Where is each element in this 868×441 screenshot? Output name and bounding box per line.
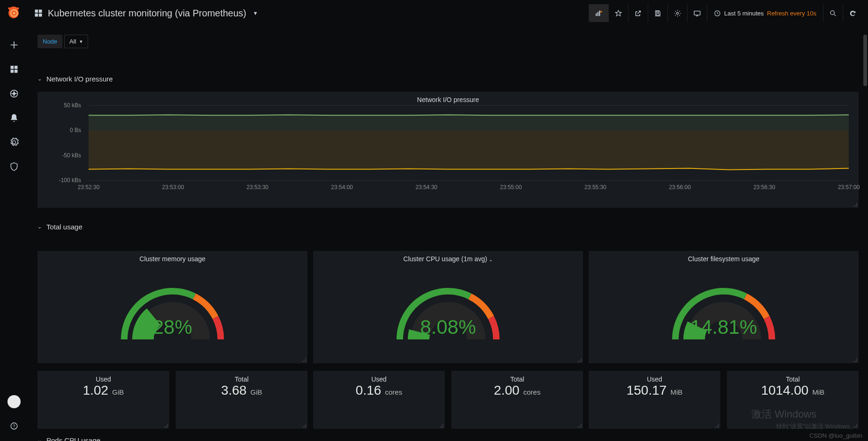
chevron-down-icon: ▼ — [253, 10, 258, 16]
chevron-down-icon: ▼ — [79, 39, 83, 44]
stat-value: 2.00 — [494, 383, 520, 398]
cycle-view-button[interactable] — [687, 4, 707, 22]
refresh-interval-text: Refresh every 10s — [767, 10, 817, 17]
user-avatar[interactable] — [7, 395, 21, 408]
panel-gauge-cpu[interactable]: Cluster CPU usage (1m avg) ⌄ 8.08% — [313, 251, 583, 363]
stat-unit: cores — [383, 388, 402, 396]
chevron-down-icon: ⌄ — [37, 224, 42, 230]
dashboard-title[interactable]: Kubernetes cluster monitoring (via Prome… — [34, 8, 258, 19]
watermark-credit: CSDN @luo_guibin — [809, 432, 862, 439]
panel-stat-mem-used[interactable]: Used 1.02 GiB — [37, 371, 169, 429]
svg-rect-11 — [35, 14, 38, 17]
row-header-network[interactable]: ⌄ Network I/O pressure — [37, 75, 113, 83]
panel-title[interactable]: Used — [38, 371, 169, 383]
watermark-text: 转到"设置"以激活 Windows。 — [776, 422, 856, 431]
variable-select-node[interactable]: All ▼ — [64, 35, 88, 48]
row-header-pods-cpu[interactable]: ⌄ Pods CPU usage — [37, 436, 100, 441]
server-admin-icon[interactable] — [5, 157, 23, 176]
row-label: Pods CPU usage — [46, 436, 100, 441]
row-header-total-usage[interactable]: ⌄ Total usage — [37, 223, 82, 231]
resize-handle-icon[interactable] — [853, 358, 857, 362]
svg-rect-14 — [598, 12, 599, 16]
sidebar: ? — [0, 0, 28, 441]
panel-title[interactable]: Network I/O pressure — [38, 92, 858, 105]
panel-title[interactable]: Cluster CPU usage (1m avg) ⌄ — [314, 251, 583, 265]
panel-title[interactable]: Cluster filesystem usage — [589, 251, 858, 265]
svg-rect-9 — [35, 10, 38, 13]
resize-handle-icon[interactable] — [302, 358, 306, 362]
settings-button[interactable] — [667, 4, 687, 22]
svg-rect-4 — [11, 70, 14, 73]
add-panel-button[interactable] — [589, 4, 608, 22]
panel-gauge-fs[interactable]: Cluster filesystem usage 14.81% — [589, 251, 859, 363]
svg-rect-17 — [694, 11, 700, 15]
svg-marker-20 — [89, 115, 849, 130]
svg-rect-15 — [599, 10, 600, 15]
zoom-out-button[interactable] — [823, 4, 843, 22]
dashboards-icon[interactable] — [5, 60, 23, 79]
panel-title[interactable]: Used — [314, 371, 444, 383]
svg-marker-21 — [89, 130, 849, 169]
explore-icon[interactable] — [5, 84, 23, 103]
row-label: Total usage — [46, 223, 82, 231]
resize-handle-icon[interactable] — [853, 203, 857, 206]
panel-title[interactable]: Total — [452, 371, 583, 383]
row-label: Network I/O pressure — [46, 75, 113, 83]
resize-handle-icon[interactable] — [440, 424, 443, 427]
time-range-picker[interactable]: Last 5 minutes Refresh every 10s — [707, 4, 823, 22]
stat-value: 1.02 — [83, 383, 109, 398]
resize-handle-icon[interactable] — [715, 424, 719, 427]
variable-value-node: All — [69, 38, 76, 45]
svg-point-19 — [831, 10, 835, 14]
dashboard-title-text: Kubernetes cluster monitoring (via Prome… — [48, 8, 247, 19]
configuration-icon[interactable] — [5, 133, 23, 152]
scrollbar[interactable] — [863, 35, 867, 86]
chevron-down-icon: ⌄ — [37, 437, 42, 441]
stat-unit: MiB — [810, 388, 824, 396]
stat-unit: GiB — [110, 388, 124, 396]
stat-unit: MiB — [668, 388, 682, 396]
panel-gauge-memory[interactable]: Cluster memory usage 28% — [37, 251, 307, 363]
refresh-button[interactable] — [843, 4, 862, 22]
gauge-value: 8.08% — [420, 316, 476, 338]
watermark-text: 激活 Windows — [751, 407, 816, 421]
panel-title[interactable]: Cluster memory usage — [38, 251, 307, 265]
grafana-logo[interactable] — [6, 5, 22, 22]
resize-handle-icon[interactable] — [302, 424, 306, 427]
svg-point-16 — [676, 12, 678, 14]
save-button[interactable] — [648, 4, 667, 22]
stat-value: 150.17 — [627, 383, 667, 398]
resize-handle-icon[interactable] — [578, 358, 582, 362]
panel-title[interactable]: Total — [727, 371, 858, 383]
gauge-value: 28% — [153, 316, 192, 338]
svg-text:?: ? — [13, 424, 15, 428]
panel-network-io[interactable]: Network I/O pressure 50 kBs0 Bs-50 kBs-1… — [37, 92, 859, 208]
variable-bar: Node All ▼ — [37, 35, 88, 48]
panel-stat-fs-used[interactable]: Used 150.17 MiB — [589, 371, 720, 429]
svg-rect-3 — [15, 66, 18, 69]
variable-label-node[interactable]: Node — [37, 35, 62, 48]
stat-value: 0.16 — [356, 383, 382, 398]
alerting-icon[interactable] — [5, 109, 23, 127]
panel-stat-cpu-total[interactable]: Total 2.00 cores — [451, 371, 583, 429]
panel-title[interactable]: Used — [589, 371, 720, 383]
help-icon[interactable]: ? — [5, 417, 23, 435]
gauge-value: 14.81% — [690, 316, 757, 338]
time-range-text: Last 5 minutes — [724, 10, 764, 17]
svg-point-1 — [13, 12, 15, 15]
svg-rect-2 — [11, 66, 14, 69]
panel-stat-mem-total[interactable]: Total 3.68 GiB — [176, 371, 307, 429]
svg-rect-12 — [39, 14, 42, 17]
resize-handle-icon[interactable] — [164, 424, 168, 427]
resize-handle-icon[interactable] — [578, 424, 582, 427]
svg-rect-10 — [39, 10, 42, 13]
create-icon[interactable] — [5, 36, 23, 54]
panel-title[interactable]: Total — [176, 371, 307, 383]
topbar: Kubernetes cluster monitoring (via Prome… — [28, 0, 868, 26]
star-button[interactable] — [608, 4, 628, 22]
stat-value: 3.68 — [221, 383, 247, 398]
panel-stat-cpu-used[interactable]: Used 0.16 cores — [313, 371, 445, 429]
chevron-down-icon: ⌄ — [37, 76, 42, 82]
share-button[interactable] — [628, 4, 648, 22]
stat-unit: cores — [521, 388, 540, 396]
